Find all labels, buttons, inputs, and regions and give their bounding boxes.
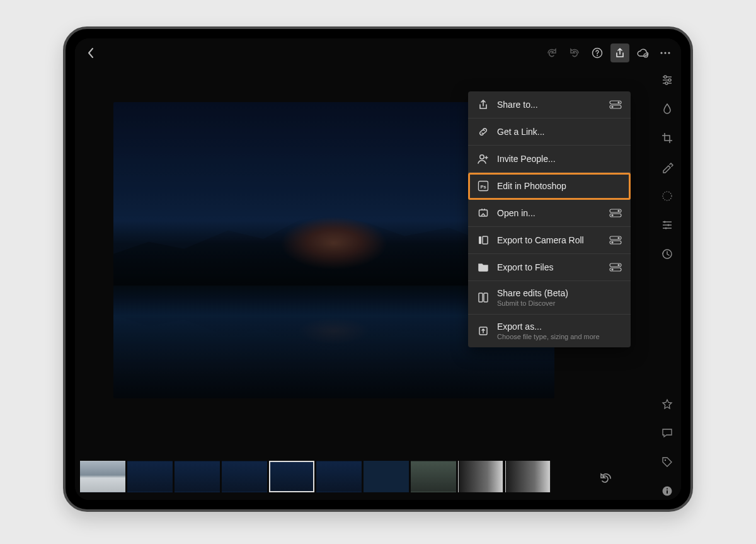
- filmstrip-thumb[interactable]: [505, 461, 551, 492]
- svg-point-37: [617, 264, 619, 266]
- svg-rect-40: [479, 293, 483, 302]
- svg-point-3: [660, 52, 662, 54]
- filmstrip-thumb[interactable]: [458, 461, 503, 492]
- right-tool-rail: [653, 67, 681, 500]
- svg-point-1: [597, 55, 598, 56]
- share-menu-label: Invite People...: [497, 154, 622, 164]
- share-button[interactable]: [610, 43, 629, 62]
- share-menu-item-open-in[interactable]: Open in...: [468, 200, 631, 227]
- svg-rect-30: [479, 236, 481, 244]
- link-icon: [477, 125, 490, 138]
- share-menu-item-link[interactable]: Get a Link...: [468, 119, 631, 146]
- star-icon[interactable]: [658, 395, 676, 413]
- svg-point-33: [617, 237, 619, 239]
- svg-rect-31: [483, 236, 488, 244]
- crop-icon[interactable]: [658, 129, 676, 147]
- filmstrip-thumb[interactable]: [316, 461, 362, 492]
- svg-point-5: [668, 52, 670, 54]
- camera-roll-icon: [477, 234, 490, 246]
- svg-point-29: [611, 214, 613, 216]
- share-menu-item-export-as[interactable]: Export as...Choose file type, sizing and…: [468, 315, 631, 347]
- filmstrip-undo-button[interactable]: [593, 468, 618, 487]
- presets-icon[interactable]: [658, 216, 676, 234]
- share-menu-item-person-add[interactable]: Invite People...: [468, 146, 631, 173]
- filmstrip-thumb[interactable]: [222, 461, 267, 492]
- svg-point-4: [664, 52, 666, 54]
- filmstrip-thumb[interactable]: [364, 461, 409, 492]
- comment-icon[interactable]: [658, 424, 676, 442]
- filmstrip-thumb[interactable]: [411, 461, 456, 492]
- options-toggle-icon[interactable]: [609, 236, 622, 245]
- svg-text:Ps: Ps: [480, 184, 486, 190]
- svg-point-22: [480, 155, 484, 159]
- app-screen: Share to...Get a Link...Invite People...…: [75, 38, 681, 500]
- help-button[interactable]: [588, 43, 607, 62]
- share-menu-label: Share edits (Beta): [497, 288, 622, 298]
- shareedits-icon: [477, 291, 490, 304]
- radial-mask-icon[interactable]: [658, 187, 676, 205]
- svg-point-7: [668, 79, 671, 81]
- svg-rect-16: [667, 490, 668, 494]
- share-menu-label: Share to...: [497, 100, 602, 110]
- share-menu-label: Get a Link...: [497, 127, 622, 137]
- svg-point-10: [664, 221, 666, 223]
- folder-icon: [477, 261, 490, 274]
- share-menu-sublabel: Choose file type, sizing and more: [497, 333, 622, 340]
- adjust-sliders-icon[interactable]: [658, 71, 676, 89]
- cloud-sync-button[interactable]: [633, 43, 652, 62]
- filmstrip-thumb[interactable]: [269, 461, 314, 492]
- export-as-icon: [477, 325, 490, 337]
- share-menu: Share to...Get a Link...Invite People...…: [468, 91, 631, 347]
- droplet-icon[interactable]: [658, 100, 676, 118]
- filmstrip-thumb[interactable]: [127, 461, 173, 492]
- share-menu-label: Export to Files: [497, 262, 602, 272]
- share-menu-label: Edit in Photoshop: [497, 181, 622, 191]
- svg-point-6: [664, 76, 667, 78]
- share-menu-label: Open in...: [497, 208, 602, 218]
- share-up-icon: [477, 98, 490, 111]
- topbar: [75, 38, 681, 67]
- svg-point-17: [667, 488, 668, 489]
- share-menu-item-folder[interactable]: Export to Files: [468, 254, 631, 281]
- svg-point-19: [617, 101, 619, 103]
- svg-point-39: [611, 269, 613, 270]
- versions-icon[interactable]: [658, 245, 676, 263]
- back-button[interactable]: [80, 42, 101, 64]
- svg-point-11: [668, 224, 670, 226]
- filmstrip[interactable]: [80, 459, 588, 494]
- options-toggle-icon[interactable]: [609, 209, 622, 217]
- share-menu-item-shareedits[interactable]: Share edits (Beta)Submit to Discover: [468, 281, 631, 315]
- ps-icon: Ps: [477, 180, 490, 192]
- open-in-icon: [477, 207, 490, 219]
- svg-point-12: [665, 228, 667, 229]
- svg-point-9: [663, 192, 672, 200]
- share-menu-item-camera-roll[interactable]: Export to Camera Roll: [468, 227, 631, 254]
- share-menu-item-share-up[interactable]: Share to...: [468, 91, 631, 119]
- filmstrip-thumb[interactable]: [175, 461, 220, 492]
- more-button[interactable]: [656, 43, 675, 62]
- info-icon[interactable]: [658, 482, 676, 500]
- svg-point-14: [665, 460, 666, 461]
- tag-icon[interactable]: [658, 453, 676, 471]
- share-menu-label: Export to Camera Roll: [497, 235, 602, 245]
- options-toggle-icon[interactable]: [609, 100, 622, 109]
- filmstrip-thumb[interactable]: [80, 461, 125, 492]
- svg-rect-41: [484, 293, 488, 302]
- svg-point-35: [611, 241, 613, 243]
- healing-brush-icon[interactable]: [658, 158, 676, 176]
- options-toggle-icon[interactable]: [609, 263, 622, 272]
- svg-point-27: [617, 210, 619, 212]
- share-menu-sublabel: Submit to Discover: [497, 299, 622, 307]
- svg-point-8: [665, 82, 668, 84]
- svg-point-21: [611, 106, 613, 108]
- redo-button[interactable]: [542, 43, 561, 62]
- share-menu-item-ps[interactable]: PsEdit in Photoshop: [468, 173, 631, 200]
- undo-button[interactable]: [565, 43, 584, 62]
- share-menu-label: Export as...: [497, 321, 622, 332]
- person-add-icon: [477, 153, 490, 165]
- tablet-frame: Share to...Get a Link...Invite People...…: [63, 26, 693, 512]
